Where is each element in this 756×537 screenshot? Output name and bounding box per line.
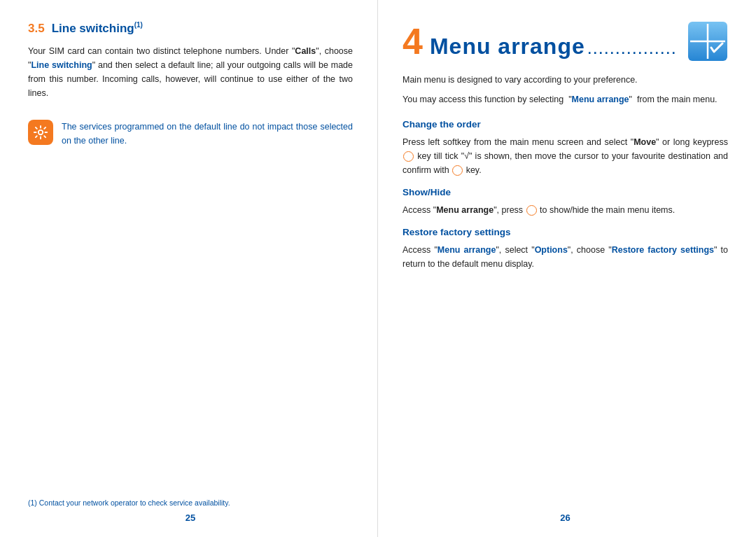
settings-icon	[33, 125, 48, 140]
chapter-icon	[687, 21, 728, 62]
right-page-number: 26	[402, 512, 728, 523]
section-heading: 3.5 Line switching(1)	[28, 21, 353, 36]
chapter-intro-1: Main menu is designed to vary according …	[402, 73, 728, 87]
section-body: Your SIM card can contain two distinct t…	[28, 44, 353, 100]
note-box: The services programmed on the default l…	[28, 113, 353, 155]
note-icon	[28, 120, 53, 145]
change-order-text: Press left softkey from the main menu sc…	[402, 135, 728, 177]
restore-text: Access "Menu arrange", select "Options",…	[402, 243, 728, 271]
section-title: Line switching(1)	[52, 21, 143, 36]
show-hide-title: Show/Hide	[402, 187, 728, 197]
restore-section: Restore factory settings Access "Menu ar…	[402, 227, 728, 271]
chapter-title: Menu arrange	[430, 34, 585, 60]
chapter-dots: ................	[588, 43, 678, 57]
left-page: 3.5 Line switching(1) Your SIM card can …	[0, 0, 378, 537]
key-icon-2	[452, 165, 463, 176]
chapter-intro-2: You may access this function by selectin…	[402, 92, 728, 106]
right-page: 4 Menu arrange ................	[378, 0, 756, 537]
chapter-title-area: 4 Menu arrange ................	[402, 23, 687, 60]
change-order-title: Change the order	[402, 119, 728, 130]
note-text: The services programmed on the default l…	[62, 120, 353, 148]
section-number: 3.5	[28, 22, 45, 36]
svg-point-0	[38, 130, 43, 134]
show-hide-text: Access "Menu arrange", press to show/hid…	[402, 203, 728, 217]
key-icon-3	[526, 205, 537, 216]
chapter-header: 4 Menu arrange ................	[402, 21, 728, 62]
footnote: (1) Contact your network operator to che…	[28, 498, 353, 507]
key-icon-1	[403, 151, 414, 162]
restore-title: Restore factory settings	[402, 227, 728, 237]
left-footer: (1) Contact your network operator to che…	[0, 498, 377, 523]
right-footer: 26	[378, 512, 756, 523]
left-page-number: 25	[28, 512, 353, 523]
chapter-number: 4	[402, 23, 423, 60]
menu-arrange-icon	[687, 21, 728, 62]
